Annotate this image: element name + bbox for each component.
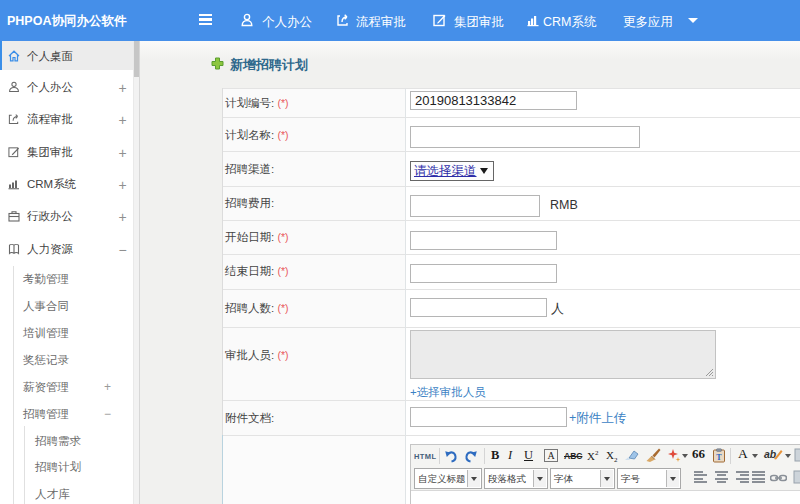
svg-text:T: T [716, 453, 722, 462]
